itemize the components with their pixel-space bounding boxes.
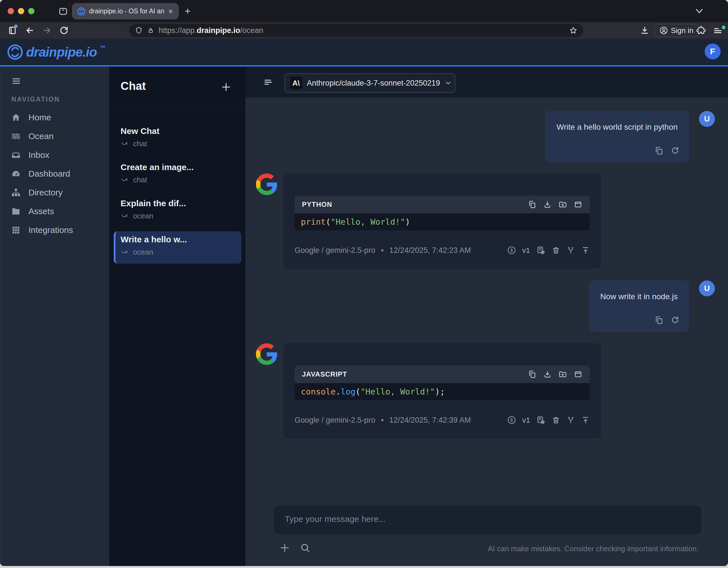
google-logo-icon: [256, 343, 278, 365]
url-text[interactable]: https://app.drainpipe.io/ocean: [159, 26, 569, 35]
tab-title: drainpipe.io - OS for AI and ML: [89, 7, 164, 15]
cost-icon[interactable]: $: [507, 416, 516, 425]
code-block: JAVASCRIPT console.log("Hello, World!");: [295, 365, 590, 400]
chat-item-tag: chat: [133, 175, 147, 184]
download-icon[interactable]: [543, 370, 552, 379]
new-chat-plus-icon[interactable]: [220, 81, 232, 93]
sidebar-item-label: Assets: [28, 206, 54, 216]
meta-bullet: •: [381, 416, 384, 425]
folder-plus-icon[interactable]: [559, 370, 567, 379]
content: NAVIGATION Home Ocean Inbox Dashboard: [0, 67, 728, 566]
branch-icon[interactable]: [566, 416, 575, 424]
bookmark-star-icon[interactable]: [569, 26, 578, 35]
copy-icon[interactable]: [654, 316, 663, 325]
side-panel-badge: [14, 24, 18, 28]
sidebar-item-integrations[interactable]: Integrations: [1, 221, 109, 239]
version-label[interactable]: v1: [522, 416, 530, 425]
message-footer: Google / gemini-2.5-pro • 12/24/2025, 7:…: [295, 246, 590, 255]
zoom-window-button[interactable]: [28, 8, 34, 14]
chat-list-item[interactable]: Explain the dif... ocean: [109, 191, 245, 227]
branch-icon[interactable]: [566, 246, 575, 255]
provider-label: Google / gemini-2.5-pro: [295, 416, 375, 425]
anthropic-logo-icon: A\: [290, 77, 302, 89]
chat-list-item-selected[interactable]: Write a hello w... ocean: [109, 227, 245, 263]
sign-in-button[interactable]: Sign in: [654, 24, 699, 37]
sidebar-toggle-icon[interactable]: [11, 76, 22, 86]
tab-strip: drainpipe.io - OS for AI and ML: [0, 0, 728, 22]
sign-in-label: Sign in: [671, 26, 694, 35]
version-label[interactable]: v1: [522, 246, 530, 255]
message-footer: Google / gemini-2.5-pro • 12/24/2025, 7:…: [295, 416, 590, 425]
sidebar-item-label: Home: [28, 113, 51, 122]
browser-tab[interactable]: drainpipe.io - OS for AI and ML: [72, 3, 179, 19]
minimize-window-button[interactable]: [18, 8, 24, 14]
delete-icon[interactable]: [552, 416, 560, 424]
thread-list-icon[interactable]: [263, 77, 274, 87]
chat-item-tag: ocean: [133, 212, 153, 220]
browser-menu-icon[interactable]: [713, 26, 723, 35]
download-icon[interactable]: [543, 200, 552, 209]
wave-tag-icon: [121, 141, 129, 147]
app-logo[interactable]: drainpipe.io ™: [7, 44, 106, 60]
card-refresh-icon[interactable]: [536, 246, 545, 255]
attach-plus-icon[interactable]: [279, 542, 290, 553]
lock-icon[interactable]: [147, 27, 154, 34]
forward-icon[interactable]: [42, 26, 52, 35]
delete-icon[interactable]: [552, 246, 560, 255]
inbox-icon: [11, 150, 21, 160]
pin-top-icon[interactable]: [581, 246, 590, 255]
sidebar-item-inbox[interactable]: Inbox: [1, 146, 109, 164]
retry-icon[interactable]: [671, 146, 679, 155]
profile-avatar[interactable]: F: [705, 44, 721, 59]
favicon-drainpipe-icon: [77, 7, 86, 16]
address-bar[interactable]: https://app.drainpipe.io/ocean: [129, 24, 583, 37]
message-input[interactable]: [274, 506, 701, 534]
tab-close-icon[interactable]: [167, 8, 174, 15]
assistant-message: JAVASCRIPT console.log("Hello, World!");: [256, 343, 715, 439]
pin-top-icon[interactable]: [581, 416, 590, 424]
tab-organizer-icon[interactable]: [58, 6, 68, 16]
search-icon[interactable]: [299, 542, 311, 553]
back-icon[interactable]: [25, 26, 35, 35]
chat-panel-title: Chat: [121, 80, 146, 92]
sidebar-item-home[interactable]: Home: [1, 108, 109, 127]
folder-plus-icon[interactable]: [559, 200, 567, 209]
copy-icon[interactable]: [528, 370, 536, 379]
window-controls[interactable]: [8, 8, 34, 14]
timestamp: 12/24/2025, 7:42:23 AM: [389, 246, 471, 255]
extensions-icon[interactable]: [696, 26, 706, 35]
copy-icon[interactable]: [654, 146, 663, 155]
assistant-message-bubble: JAVASCRIPT console.log("Hello, World!");: [283, 343, 601, 439]
sidebar-item-assets[interactable]: Assets: [1, 202, 109, 221]
meta-bullet: •: [381, 246, 384, 255]
chat-list-item[interactable]: Create an image... chat: [109, 155, 245, 191]
copy-icon[interactable]: [528, 200, 536, 209]
cost-icon[interactable]: $: [507, 246, 516, 255]
logo-wordmark: drainpipe.io: [26, 44, 97, 60]
chat-list: New Chat chat Create an image... chat Ex…: [109, 109, 245, 263]
chat-list-item[interactable]: New Chat chat: [109, 119, 245, 155]
assistant-message-bubble: PYTHON print("Hello, World!"): [283, 174, 601, 269]
chat-item-title: Create an image...: [121, 162, 241, 172]
composer: AI can make mistakes. Consider checking …: [245, 490, 728, 566]
window-icon[interactable]: [574, 200, 582, 209]
sidebar-item-label: Directory: [28, 188, 63, 197]
reload-icon[interactable]: [59, 26, 69, 35]
shield-icon[interactable]: [135, 26, 143, 34]
new-tab-button[interactable]: [183, 7, 192, 15]
nav-list: Home Ocean Inbox Dashboard Directory: [1, 108, 109, 239]
close-window-button[interactable]: [8, 8, 14, 14]
code-content: console.log("Hello, World!");: [295, 383, 590, 400]
sidebar-item-directory[interactable]: Directory: [1, 183, 109, 202]
downloads-icon[interactable]: [640, 26, 650, 35]
tab-list-chevron-icon[interactable]: [694, 7, 704, 15]
card-refresh-icon[interactable]: [536, 416, 545, 425]
svg-text:$: $: [510, 418, 513, 423]
window-icon[interactable]: [574, 370, 582, 379]
logo-tm: ™: [100, 45, 106, 51]
provider-label: Google / gemini-2.5-pro: [295, 246, 375, 255]
model-selector[interactable]: A\ Anthropic/claude-3-7-sonnet-20250219: [285, 73, 455, 93]
retry-icon[interactable]: [671, 316, 679, 325]
sidebar-item-dashboard[interactable]: Dashboard: [1, 164, 109, 183]
sidebar-item-ocean[interactable]: Ocean: [1, 127, 109, 146]
